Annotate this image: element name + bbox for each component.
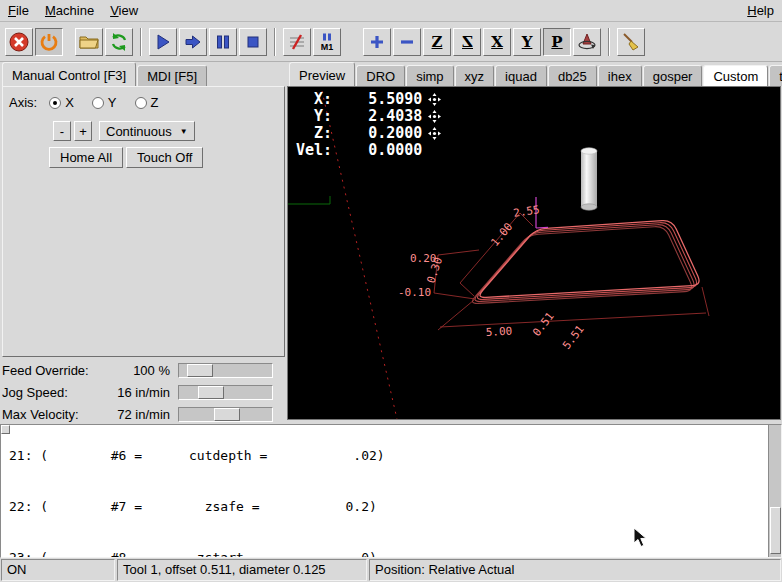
axis-label: Axis: bbox=[9, 95, 37, 110]
step-button[interactable] bbox=[179, 28, 207, 56]
zoom-in-button[interactable] bbox=[363, 28, 391, 56]
preview-plot[interactable]: 5.00 0.51 5.51 0.20 -0.10 0.30 1.00 2.55… bbox=[287, 86, 781, 420]
position-readout: X:5.5090 Y:2.4038 Z:0.2000 Vel:0.0000 bbox=[296, 91, 441, 159]
tab-manual-control[interactable]: Manual Control [F3] bbox=[2, 62, 136, 86]
max-velocity-label: Max Velocity: bbox=[2, 407, 98, 422]
rotate-view-button[interactable] bbox=[573, 28, 601, 56]
view-front-button[interactable]: Y bbox=[513, 28, 541, 56]
feed-override-value: 100 % bbox=[98, 363, 170, 378]
slider-thumb[interactable] bbox=[187, 364, 213, 377]
radio-y-icon[interactable] bbox=[92, 97, 104, 109]
jog-minus-button[interactable]: - bbox=[53, 121, 71, 141]
tab-xyz[interactable]: xyz bbox=[455, 65, 495, 86]
tab-preview[interactable]: Preview bbox=[289, 62, 355, 86]
menubar: File Machine View Help bbox=[0, 0, 782, 22]
menu-help[interactable]: Help bbox=[739, 1, 782, 20]
menu-file[interactable]: File bbox=[0, 1, 37, 20]
toolbar-separator bbox=[608, 28, 610, 56]
tab-custom[interactable]: Custom bbox=[703, 65, 768, 86]
homed-icon bbox=[428, 127, 441, 140]
toolbar-separator bbox=[140, 28, 142, 56]
minus-icon bbox=[398, 33, 416, 51]
axis-radio-x[interactable]: X bbox=[49, 95, 74, 110]
tab-iquad[interactable]: iquad bbox=[495, 65, 547, 86]
jog-mode-dropdown[interactable]: Continuous ▼ bbox=[99, 121, 195, 141]
manual-control-panel: Axis: X Y Z - + Continuous ▼ Home All bbox=[2, 86, 285, 357]
gcode-line[interactable]: 22: ( #7 = zsafe = 0.2) bbox=[9, 498, 767, 515]
velocity: 0.0000 bbox=[332, 142, 422, 159]
view-top2-button[interactable]: Z bbox=[453, 28, 481, 56]
position-mode: Position: Relative Actual bbox=[369, 559, 781, 581]
toolbar-separator bbox=[274, 28, 276, 56]
slider-thumb[interactable] bbox=[198, 386, 224, 399]
tool-cone bbox=[581, 148, 597, 210]
radio-z-icon[interactable] bbox=[135, 97, 147, 109]
home-all-button[interactable]: Home All bbox=[49, 147, 123, 168]
scrollbar-thumb[interactable] bbox=[770, 507, 781, 555]
open-file-button[interactable] bbox=[75, 28, 103, 56]
view-side-button[interactable]: X bbox=[483, 28, 511, 56]
tab-mdi[interactable]: MDI [F5] bbox=[137, 65, 207, 86]
optional-pause-button[interactable]: M1 bbox=[313, 28, 341, 56]
homed-icon bbox=[428, 110, 441, 123]
gcode-listing[interactable]: 21: ( #6 = cutdepth = .02) 22: ( #7 = zs… bbox=[0, 424, 782, 558]
view-perspective-button[interactable]: P bbox=[543, 28, 571, 56]
jog-speed-value: 16 in/min bbox=[98, 385, 170, 400]
power-icon bbox=[38, 31, 60, 53]
dim-x-min: 0.51 bbox=[530, 310, 557, 339]
stop-button[interactable] bbox=[239, 28, 267, 56]
feed-override-label: Feed Override: bbox=[2, 363, 98, 378]
tool-info: Tool 1, offset 0.511, diameter 0.125 bbox=[117, 559, 367, 581]
tab-simp[interactable]: simp bbox=[406, 65, 453, 86]
axis-radio-z[interactable]: Z bbox=[135, 95, 159, 110]
zoom-out-button[interactable] bbox=[393, 28, 421, 56]
machine-power-button[interactable] bbox=[35, 28, 63, 56]
folder-icon bbox=[78, 31, 100, 53]
tab-ihex[interactable]: ihex bbox=[598, 65, 642, 86]
gcode-scrollbar[interactable] bbox=[768, 425, 781, 557]
reload-button[interactable] bbox=[105, 28, 133, 56]
gcode-line[interactable]: 23: ( #8 = zstart = 0) bbox=[9, 549, 767, 557]
tab-gosper[interactable]: gosper bbox=[643, 65, 703, 86]
clear-plot-button[interactable] bbox=[617, 28, 645, 56]
skip-lines-button[interactable] bbox=[283, 28, 311, 56]
linuxcnc-axis-window: File Machine View Help bbox=[0, 0, 782, 582]
pause-icon bbox=[213, 32, 233, 52]
slash-icon bbox=[287, 32, 307, 52]
run-button[interactable] bbox=[149, 28, 177, 56]
chevron-down-icon: ▼ bbox=[180, 127, 188, 136]
menu-view[interactable]: View bbox=[102, 1, 146, 20]
max-velocity-value: 72 in/min bbox=[98, 407, 170, 422]
step-icon bbox=[183, 32, 203, 52]
z-position: 0.2000 bbox=[332, 125, 422, 142]
tab-ttt[interactable]: ttt bbox=[769, 65, 782, 86]
pause-button[interactable] bbox=[209, 28, 237, 56]
dim-x-size: 5.00 bbox=[485, 325, 512, 339]
axis-radio-y[interactable]: Y bbox=[92, 95, 117, 110]
machine-state: ON bbox=[1, 559, 115, 581]
feed-override-slider[interactable] bbox=[178, 363, 273, 378]
rotate-icon bbox=[576, 31, 598, 53]
stop-icon bbox=[243, 32, 263, 52]
jog-plus-button[interactable]: + bbox=[74, 121, 92, 141]
touch-off-button[interactable]: Touch Off bbox=[126, 147, 203, 168]
tab-dro[interactable]: DRO bbox=[356, 65, 405, 86]
jog-speed-label: Jog Speed: bbox=[2, 385, 98, 400]
dim-y-size: 1.00 bbox=[488, 220, 515, 249]
radio-x-icon[interactable] bbox=[49, 97, 61, 109]
dim-z-min: -0.10 bbox=[398, 286, 431, 299]
tab-db25[interactable]: db25 bbox=[548, 65, 597, 86]
reload-icon bbox=[108, 31, 130, 53]
menu-machine[interactable]: Machine bbox=[37, 1, 102, 20]
gcode-line[interactable]: 21: ( #6 = cutdepth = .02) bbox=[9, 447, 767, 464]
dim-x-max: 5.51 bbox=[560, 323, 587, 352]
pane-sash-handle[interactable] bbox=[1, 425, 10, 434]
m1-icon: M1 bbox=[316, 31, 338, 53]
jog-speed-slider[interactable] bbox=[178, 385, 273, 400]
homed-icon bbox=[428, 93, 441, 106]
broom-icon bbox=[620, 31, 642, 53]
slider-thumb[interactable] bbox=[214, 408, 240, 421]
estop-button[interactable] bbox=[5, 28, 33, 56]
max-velocity-slider[interactable] bbox=[178, 407, 273, 422]
view-top-button[interactable]: Z bbox=[423, 28, 451, 56]
